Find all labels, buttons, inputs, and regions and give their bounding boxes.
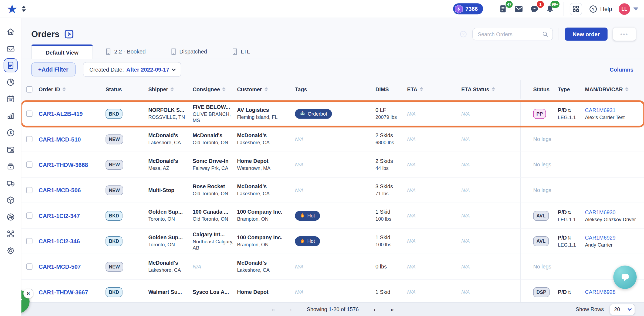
table-row[interactable]: CAR1-THDW-3667BKDWalmart Su...Sysco Los …	[21, 280, 644, 305]
dims-cell: 1 Skid100 lbs	[375, 209, 407, 222]
add-filter-button[interactable]: +Add Filter	[31, 62, 76, 76]
sidebar-item-network[interactable]	[4, 227, 18, 241]
legs-group: No legs	[520, 127, 644, 152]
sidebar-item-id-card[interactable]	[4, 143, 18, 157]
order-id-link[interactable]: CAR1-THDW-3667	[39, 289, 106, 295]
sidebar-item-inbox[interactable]	[4, 42, 18, 56]
sidebar-item-dollar[interactable]: $	[4, 126, 18, 140]
sidebar-item-calendar[interactable]: 31	[4, 92, 18, 106]
topbar-divider	[564, 2, 564, 16]
credits-pill[interactable]: 7386	[453, 3, 483, 14]
collapse-expand-icon[interactable]	[22, 6, 26, 12]
column-header-eta-status[interactable]: ETA Status	[461, 86, 520, 92]
columns-link[interactable]: Columns	[610, 66, 633, 73]
na-value: N/A	[407, 264, 461, 269]
last-page-button[interactable]: »	[390, 306, 394, 313]
next-page-button[interactable]: ›	[374, 306, 376, 313]
table-row[interactable]: CAR1-1CI2-347BKDGolden Sup...Toronto, ON…	[21, 203, 644, 228]
cust-cell: Home Depot	[237, 289, 295, 295]
chat-notifications-button[interactable]: 1	[529, 4, 540, 14]
first-page-button[interactable]: «	[272, 306, 275, 313]
order-id-link[interactable]: CAR1-AL2B-419	[39, 110, 106, 117]
sort-icon[interactable]	[420, 87, 423, 91]
order-id-link[interactable]: CAR1-MCD-506	[39, 187, 106, 193]
search-orders-input[interactable]	[478, 31, 541, 37]
table-row[interactable]: CAR1-MCD-507NEWMcDonald'sLakeshore, CAN/…	[21, 254, 644, 280]
app-logo-star-icon[interactable]: ★	[6, 3, 18, 15]
row-checkbox[interactable]	[26, 238, 32, 244]
column-header-order-id[interactable]: Order ID	[39, 86, 106, 92]
tab-dispatched[interactable]: Dispatched	[158, 44, 219, 59]
dims-cell: 1 Skid	[375, 289, 407, 295]
carrier-manifest-link[interactable]: CAR1M6928	[585, 289, 644, 295]
table-row[interactable]: CAR1-MCD-510NEWMcDonald'sLakeshore, CAMc…	[21, 127, 644, 152]
row-checkbox[interactable]	[26, 187, 32, 193]
sort-icon[interactable]	[625, 87, 629, 91]
table-row[interactable]: CAR1-1CI2-346BKDGolden Sup...Toronto, ON…	[21, 228, 644, 254]
tab-2-2-booked[interactable]: 2.2 - Booked	[93, 44, 158, 59]
sidebar-item-bar-chart[interactable]	[4, 109, 18, 123]
sidebar-item-register[interactable]	[4, 159, 18, 173]
row-checkbox[interactable]	[26, 162, 32, 168]
order-id-link[interactable]: CAR1-MCD-510	[39, 136, 106, 142]
sort-icon[interactable]	[62, 87, 66, 91]
table-row[interactable]: CAR1-THDW-3668NEWMcDonald'sMesa, AZSonic…	[21, 152, 644, 177]
order-id-link[interactable]: CAR1-1CI2-346	[39, 238, 106, 244]
notifications-button[interactable]: 99+	[545, 4, 555, 14]
faint-help-icon: ?	[459, 30, 467, 38]
ship-cell: Golden Sup...Toronto, ON	[148, 209, 192, 222]
na-value: N/A	[461, 289, 520, 295]
na-value: N/A	[461, 162, 520, 167]
carrier-manifest-link[interactable]: CAR1M6930	[585, 209, 644, 216]
more-actions-button[interactable]: •••	[613, 28, 636, 41]
table-row[interactable]: CAR1-MCD-506NEWMulti-StopRose RocketOld …	[21, 177, 644, 203]
order-id-link[interactable]: CAR1-MCD-507	[39, 263, 106, 270]
chevron-down-icon	[628, 307, 632, 311]
tags-cell: N/A	[295, 162, 375, 167]
row-checkbox[interactable]	[26, 213, 32, 219]
eta-status-cell: N/A	[461, 162, 520, 167]
created-date-filter-chip[interactable]: Created Date: After 2022-09-17	[83, 62, 181, 77]
column-label: Status	[106, 86, 122, 92]
new-order-button[interactable]: New order	[565, 28, 608, 41]
sidebar-item-settings[interactable]	[4, 244, 18, 258]
user-menu-caret-icon[interactable]	[633, 7, 638, 11]
select-all-checkbox[interactable]	[26, 86, 32, 92]
sidebar-item-truck[interactable]	[4, 176, 18, 190]
sort-icon[interactable]	[492, 87, 495, 91]
row-checkbox[interactable]	[26, 110, 32, 117]
support-chat-fab[interactable]	[613, 265, 637, 289]
table-row[interactable]: CAR1-AL2B-419BKDNORFOLK S...ROSSVILLE, T…	[21, 101, 644, 126]
sidebar-item-cube[interactable]	[4, 193, 18, 207]
column-header-shipper[interactable]: Shipper	[148, 86, 192, 92]
carrier-manifest-link[interactable]: CAR1M6931	[585, 107, 644, 113]
sidebar-item-document[interactable]	[4, 58, 18, 72]
order-id-link[interactable]: CAR1-1CI2-347	[39, 212, 106, 219]
sidebar-item-home[interactable]	[4, 25, 18, 39]
row-checkbox[interactable]	[26, 264, 32, 270]
tab-default-view[interactable]: Default View	[31, 44, 93, 59]
speech-bubble-icon	[619, 271, 631, 283]
row-checkbox[interactable]	[26, 136, 32, 142]
help-button[interactable]: ? Help	[589, 4, 612, 13]
column-header-customer[interactable]: Customer	[237, 86, 295, 92]
order-id-link[interactable]: CAR1-THDW-3668	[39, 161, 106, 168]
tutorial-play-icon[interactable]	[65, 30, 73, 39]
documents-notifications-button[interactable]: 47	[498, 4, 509, 14]
sort-icon[interactable]	[171, 87, 174, 91]
tab-ltl[interactable]: LTL	[219, 44, 262, 59]
prev-page-button[interactable]: ‹	[290, 306, 292, 313]
column-header-eta[interactable]: ETA	[407, 86, 461, 92]
sidebar-item-pie-chart[interactable]	[4, 75, 18, 89]
carrier-manifest-link[interactable]: CAR1M6929	[585, 234, 644, 241]
sort-icon[interactable]	[265, 87, 268, 91]
column-header-consignee[interactable]: Consignee	[193, 86, 237, 92]
column-header-man-drv-car[interactable]: MAN/DRV/CAR	[585, 86, 644, 92]
user-avatar[interactable]: LL	[619, 3, 630, 15]
ship-cell: McDonald'sMesa, AZ	[148, 158, 192, 171]
sidebar-item-users[interactable]	[4, 210, 18, 224]
apps-grid-button[interactable]	[570, 3, 582, 15]
mail-button[interactable]	[514, 4, 524, 14]
rows-per-page-select[interactable]: 20	[609, 304, 635, 315]
sort-icon[interactable]	[222, 87, 226, 91]
